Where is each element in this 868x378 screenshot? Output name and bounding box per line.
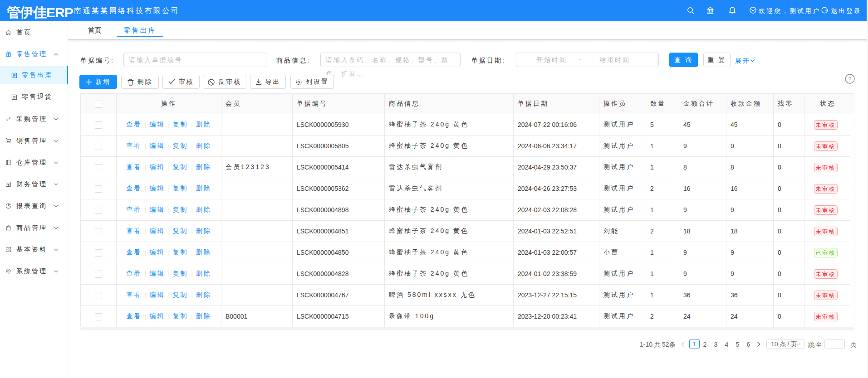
svg-text:?: ? [848, 76, 851, 82]
